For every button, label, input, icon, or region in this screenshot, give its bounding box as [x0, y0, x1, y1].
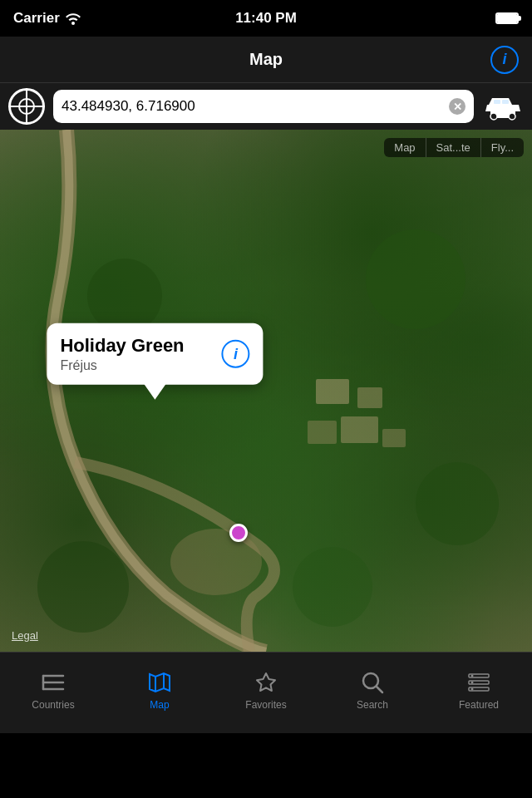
- status-bar: Carrier 11:40 PM: [0, 0, 532, 37]
- carrier-label: Carrier: [13, 10, 60, 27]
- clear-input-button[interactable]: ✕: [449, 98, 466, 115]
- svg-rect-5: [316, 379, 349, 404]
- callout-info-button[interactable]: i: [221, 340, 249, 368]
- legal-link[interactable]: Legal: [12, 629, 38, 642]
- map-pin[interactable]: [229, 524, 248, 542]
- coordinate-input[interactable]: [62, 98, 449, 115]
- tab-map-label: Map: [150, 699, 169, 711]
- tab-map[interactable]: Map: [106, 653, 213, 733]
- tab-search-label: Search: [357, 699, 388, 711]
- search-icon: [359, 669, 386, 696]
- svg-point-14: [293, 547, 372, 627]
- battery-icon: [495, 12, 519, 24]
- featured-icon: [466, 669, 492, 696]
- favorites-icon: [253, 669, 279, 696]
- tab-bar: Countries Map Favorites Search: [0, 652, 532, 733]
- location-callout[interactable]: Holiday Green Fréjus i: [47, 323, 263, 385]
- svg-rect-3: [502, 100, 509, 104]
- status-left: Carrier: [13, 10, 81, 27]
- callout-text: Holiday Green Fréjus: [60, 335, 211, 373]
- svg-rect-8: [341, 416, 378, 443]
- status-right: [495, 12, 519, 24]
- svg-point-12: [416, 462, 499, 545]
- svg-point-28: [471, 687, 474, 690]
- status-time: 11:40 PM: [235, 10, 297, 27]
- map-roads: [0, 130, 532, 652]
- svg-line-22: [377, 687, 382, 692]
- search-bar: ✕: [0, 83, 532, 130]
- map-type-satellite[interactable]: Sat...te: [426, 138, 481, 157]
- car-icon: [484, 91, 522, 121]
- tab-countries[interactable]: Countries: [0, 653, 106, 733]
- countries-icon: [40, 669, 66, 696]
- svg-point-24: [471, 674, 474, 677]
- svg-rect-6: [357, 387, 382, 408]
- page-title: Map: [249, 50, 283, 69]
- tab-favorites-label: Favorites: [245, 699, 286, 711]
- navigation-button[interactable]: [482, 88, 524, 125]
- tab-countries-label: Countries: [32, 699, 74, 711]
- svg-point-0: [490, 113, 497, 120]
- map-icon: [146, 669, 173, 696]
- locate-button[interactable]: [8, 88, 45, 125]
- svg-point-11: [366, 229, 466, 329]
- coordinate-input-wrapper: ✕: [53, 90, 474, 123]
- map-type-flyover[interactable]: Fly...: [481, 138, 524, 157]
- svg-point-1: [509, 113, 515, 120]
- svg-rect-7: [308, 421, 337, 444]
- map-type-selector[interactable]: Map Sat...te Fly...: [384, 138, 524, 157]
- svg-rect-2: [494, 100, 500, 104]
- svg-point-4: [170, 529, 262, 595]
- svg-point-26: [471, 681, 474, 683]
- map-area[interactable]: Map Sat...te Fly... Holiday Green Fréjus…: [0, 130, 532, 652]
- callout-subtitle: Fréjus: [60, 358, 211, 373]
- svg-rect-9: [382, 429, 406, 447]
- svg-point-10: [87, 259, 162, 333]
- map-type-map[interactable]: Map: [384, 138, 426, 157]
- tab-favorites[interactable]: Favorites: [213, 653, 319, 733]
- info-button[interactable]: i: [490, 46, 519, 74]
- callout-title: Holiday Green: [60, 335, 211, 357]
- tab-featured[interactable]: Featured: [426, 653, 532, 733]
- crosshair-v: [26, 88, 27, 125]
- tab-featured-label: Featured: [459, 699, 499, 711]
- tab-search[interactable]: Search: [319, 653, 426, 733]
- svg-point-13: [37, 541, 129, 633]
- nav-bar: Map i: [0, 37, 532, 83]
- pin-circle: [229, 524, 248, 542]
- map-background: Map Sat...te Fly... Holiday Green Fréjus…: [0, 130, 532, 652]
- wifi-icon: [65, 12, 81, 25]
